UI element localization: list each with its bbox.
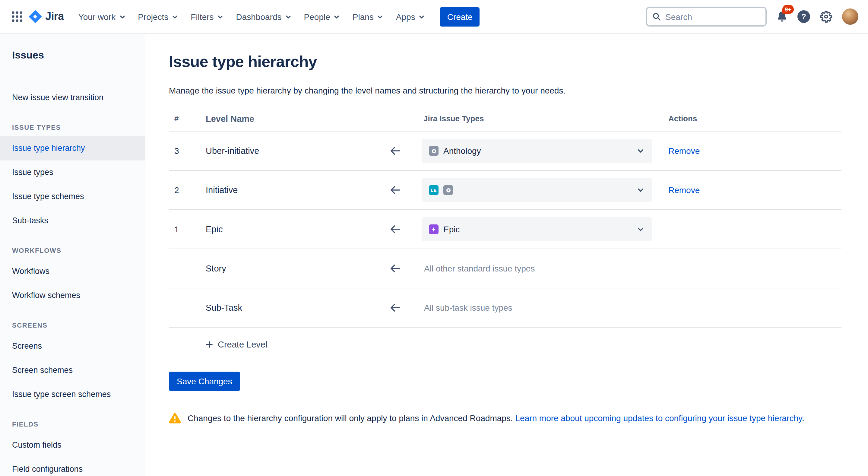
create-button[interactable]: Create	[440, 7, 480, 26]
warning-text-suffix: .	[802, 413, 804, 423]
generic-issue-type-icon	[443, 185, 453, 195]
help-button[interactable]: ?	[798, 10, 810, 23]
table-row-initiative: 2 Initiative LE Remove	[169, 171, 841, 210]
sidebar-item-custom-fields[interactable]: Custom fields	[0, 433, 145, 457]
column-header-number: #	[169, 114, 206, 124]
nav-item-people[interactable]: People	[298, 7, 346, 26]
column-header-level-name: Level Name	[206, 114, 369, 124]
anthology-issue-type-icon	[429, 146, 438, 156]
sidebar-section-screens: SCREENS	[0, 308, 145, 334]
level-number: 1	[169, 225, 206, 234]
arrow-left-icon	[389, 264, 401, 273]
sidebar-item-workflows[interactable]: Workflows	[0, 260, 145, 284]
issue-types-select[interactable]: Anthology	[422, 139, 652, 163]
sidebar-item-issue-type-hierarchy[interactable]: Issue type hierarchy	[0, 136, 145, 160]
chevron-down-icon	[171, 13, 179, 20]
top-navigation-bar: Jira Your work Projects Filters Dashboar…	[0, 0, 868, 34]
column-header-issue-types: Jira Issue Types	[422, 114, 668, 124]
select-value: Epic	[443, 225, 460, 234]
sidebar-title: Issues	[0, 50, 145, 62]
table-row-uber-initiative: 3 Uber-initiative Anthology Remove	[169, 131, 841, 171]
app-switcher-button[interactable]	[7, 7, 27, 26]
issue-types-placeholder: All other standard issue types	[422, 264, 535, 273]
app-switcher-grid-icon	[12, 11, 22, 22]
issue-types-select[interactable]: LE	[422, 178, 652, 202]
nav-item-projects[interactable]: Projects	[132, 7, 185, 26]
sidebar-section-workflows: WORKFLOWS	[0, 233, 145, 260]
search-icon	[652, 12, 661, 21]
table-header-row: # Level Name Jira Issue Types Actions	[169, 114, 841, 131]
nav-item-label: Plans	[352, 12, 374, 22]
sidebar-item-issue-type-screen-schemes[interactable]: Issue type screen schemes	[0, 383, 145, 407]
page-body: Issues New issue view transition ISSUE T…	[0, 34, 868, 476]
nav-item-label: Apps	[396, 12, 415, 22]
jira-settings-page: Jira Your work Projects Filters Dashboar…	[0, 0, 868, 476]
nav-item-label: Projects	[138, 12, 168, 22]
user-avatar[interactable]	[842, 8, 858, 25]
warning-note: Changes to the hierarchy configuration w…	[169, 413, 868, 423]
sidebar-section-issue-types: ISSUE TYPES	[0, 110, 145, 136]
level-number: 3	[169, 146, 206, 156]
chevron-down-icon	[637, 147, 645, 155]
sidebar-section-fields: FIELDS	[0, 407, 145, 433]
warning-icon	[169, 413, 181, 423]
arrow-left-icon	[389, 185, 401, 195]
learn-more-link[interactable]: Learn more about upcoming updates to con…	[515, 413, 802, 423]
create-level-label: Create Level	[218, 340, 267, 349]
nav-item-your-work[interactable]: Your work	[72, 7, 132, 26]
chevron-down-icon	[119, 13, 126, 20]
nav-item-plans[interactable]: Plans	[346, 7, 390, 26]
nav-item-dashboards[interactable]: Dashboards	[230, 7, 298, 26]
warning-text-lead: Changes to the hierarchy configuration w…	[188, 413, 515, 423]
sidebar-item-issue-types[interactable]: Issue types	[0, 160, 145, 185]
jira-wordmark: Jira	[45, 10, 64, 23]
create-level-row: Create Level	[205, 340, 868, 351]
chevron-down-icon	[217, 13, 224, 20]
arrow-left-icon	[389, 146, 401, 156]
column-header-actions: Actions	[668, 114, 841, 124]
remove-link[interactable]: Remove	[668, 146, 700, 156]
jira-logo-mark-icon	[29, 10, 42, 23]
sidebar-item-new-issue-view-transition[interactable]: New issue view transition	[0, 86, 145, 110]
sidebar-item-sub-tasks[interactable]: Sub-tasks	[0, 209, 145, 233]
search-input[interactable]	[665, 12, 761, 22]
nav-item-label: Your work	[79, 12, 116, 22]
level-number: 2	[169, 185, 206, 195]
issue-types-placeholder: All sub-task issue types	[422, 303, 513, 313]
notifications-button[interactable]: 9+	[776, 10, 788, 23]
main-content: Issue type hierarchy Manage the issue ty…	[145, 34, 868, 476]
nav-item-label: Dashboards	[236, 12, 282, 22]
level-name: Story	[206, 264, 369, 273]
save-changes-button[interactable]: Save Changes	[169, 371, 240, 391]
settings-button[interactable]	[819, 10, 833, 24]
chevron-down-icon	[377, 13, 384, 20]
table-row-sub-task: Sub-Task All sub-task issue types	[169, 288, 841, 328]
chevron-down-icon	[637, 186, 645, 194]
sidebar-item-screen-schemes[interactable]: Screen schemes	[0, 358, 145, 383]
chevron-down-icon	[333, 13, 341, 20]
level-name: Uber-initiative	[206, 146, 369, 156]
warning-text: Changes to the hierarchy configuration w…	[188, 413, 804, 423]
sidebar-item-field-configurations[interactable]: Field configurations	[0, 457, 145, 476]
gear-icon	[819, 10, 833, 24]
arrow-left-icon	[389, 303, 401, 313]
table-row-story: Story All other standard issue types	[169, 249, 841, 288]
column-header-arrow-spacer	[369, 114, 422, 124]
jira-logo[interactable]: Jira	[29, 10, 64, 23]
create-level-button[interactable]: Create Level	[205, 340, 267, 349]
global-search[interactable]	[646, 7, 767, 27]
chevron-down-icon	[637, 225, 645, 234]
sidebar-item-issue-type-schemes[interactable]: Issue type schemes	[0, 185, 145, 209]
issue-types-select[interactable]: Epic	[422, 217, 652, 241]
plus-icon	[205, 340, 214, 349]
nav-item-filters[interactable]: Filters	[185, 7, 230, 26]
remove-link[interactable]: Remove	[668, 185, 700, 195]
help-icon: ?	[798, 10, 810, 23]
nav-item-label: People	[304, 12, 330, 22]
epic-issue-type-icon	[429, 225, 438, 234]
sidebar-item-workflow-schemes[interactable]: Workflow schemes	[0, 284, 145, 308]
chevron-down-icon	[418, 13, 426, 20]
arrow-left-icon	[389, 225, 401, 234]
sidebar-item-screens[interactable]: Screens	[0, 334, 145, 358]
nav-item-apps[interactable]: Apps	[390, 7, 432, 26]
